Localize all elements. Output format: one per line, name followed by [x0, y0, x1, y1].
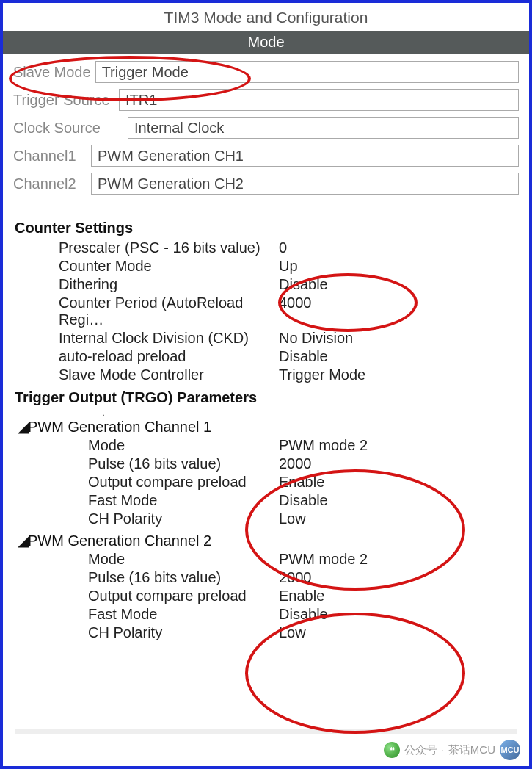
property-value[interactable]: Enable	[279, 474, 324, 491]
property-row[interactable]: CH PolarityLow	[15, 624, 517, 641]
channel2-label: Channel2	[13, 176, 87, 192]
property-row[interactable]: Fast ModeDisable	[15, 606, 517, 623]
pwm-channel1-header[interactable]: ◢PWM Generation Channel 1	[18, 418, 517, 436]
property-value[interactable]: Enable	[279, 588, 324, 604]
property-label: Internal Clock Division (CKD)	[15, 330, 279, 347]
property-row[interactable]: auto-reload preloadDisable	[15, 348, 517, 365]
wechat-icon: ❝	[384, 742, 400, 758]
property-row[interactable]: ModePWM mode 2	[15, 551, 517, 568]
property-label: Output compare preload	[15, 474, 279, 491]
property-row[interactable]: Slave Mode ControllerTrigger Mode	[15, 367, 517, 383]
trigger-source-label: Trigger Source	[13, 92, 114, 109]
pwm-channel1-title: PWM Generation Channel 1	[28, 419, 211, 435]
channel2-row: Channel2 PWM Generation CH2	[13, 173, 519, 195]
mode-form: Slave Mode Trigger Mode Trigger Source I…	[3, 61, 529, 208]
property-label: Fast Mode	[15, 606, 279, 623]
property-label: auto-reload preload	[15, 348, 279, 365]
channel1-row: Channel1 PWM Generation CH1	[13, 145, 519, 167]
watermark-name: 茶话MCU	[448, 743, 495, 757]
channel1-label: Channel1	[13, 148, 87, 165]
trigger-source-select[interactable]: ITR1	[119, 89, 519, 111]
property-value[interactable]: PWM mode 2	[279, 437, 368, 454]
property-row[interactable]: Output compare preloadEnable	[15, 588, 517, 604]
property-label: Slave Mode Controller	[15, 367, 279, 383]
property-label: Prescaler (PSC - 16 bits value)	[15, 239, 279, 256]
pwm-channel2-header[interactable]: ◢PWM Generation Channel 2	[18, 532, 517, 549]
property-row[interactable]: Pulse (16 bits value)2000	[15, 455, 517, 472]
property-label: Output compare preload	[15, 588, 279, 604]
property-row[interactable]: DitheringDisable	[15, 276, 517, 293]
footer-divider	[15, 729, 517, 734]
counter-settings-header[interactable]: Counter Settings	[15, 220, 517, 237]
clock-source-select[interactable]: Internal Clock	[128, 117, 519, 139]
property-row[interactable]: Fast ModeDisable	[15, 492, 517, 509]
property-label: Mode	[15, 551, 279, 568]
trgo-placeholder-dot: .	[15, 409, 517, 414]
property-row[interactable]: Output compare preloadEnable	[15, 474, 517, 491]
counter-settings-group: Prescaler (PSC - 16 bits value)0Counter …	[15, 239, 517, 383]
property-label: Counter Mode	[15, 258, 279, 275]
panel-title: TIM3 Mode and Configuration	[3, 3, 529, 31]
property-value[interactable]: 2000	[279, 569, 312, 586]
property-label: Fast Mode	[15, 492, 279, 509]
trigger-source-row: Trigger Source ITR1	[13, 89, 519, 111]
channel2-select[interactable]: PWM Generation CH2	[91, 173, 519, 195]
pwm-channel2-group: ModePWM mode 2Pulse (16 bits value)2000O…	[15, 551, 517, 641]
property-value[interactable]: 0	[279, 239, 287, 256]
property-row[interactable]: Pulse (16 bits value)2000	[15, 569, 517, 586]
watermark: ❝ 公众号 · 茶话MCU MCU	[384, 740, 520, 760]
pwm-channel2-title: PWM Generation Channel 2	[28, 532, 211, 549]
property-label: Counter Period (AutoReload Regi…	[15, 295, 279, 328]
clock-source-row: Clock Source Internal Clock	[13, 117, 519, 139]
property-row[interactable]: Counter Period (AutoReload Regi…4000	[15, 295, 517, 328]
property-row[interactable]: ModePWM mode 2	[15, 437, 517, 454]
slave-mode-label: Slave Mode	[13, 64, 91, 81]
property-value[interactable]: Trigger Mode	[279, 367, 365, 383]
property-row[interactable]: CH PolarityLow	[15, 510, 517, 527]
expand-icon: ◢	[18, 418, 28, 436]
watermark-prefix: 公众号 ·	[404, 743, 443, 757]
property-value[interactable]: No Division	[279, 330, 353, 347]
property-value[interactable]: Low	[279, 624, 306, 641]
property-value[interactable]: Low	[279, 510, 306, 527]
slave-mode-select[interactable]: Trigger Mode	[95, 61, 519, 83]
property-label: Pulse (16 bits value)	[15, 569, 279, 586]
avatar-icon: MCU	[500, 740, 520, 760]
property-label: Pulse (16 bits value)	[15, 455, 279, 472]
expand-icon: ◢	[18, 532, 28, 549]
trgo-header[interactable]: Trigger Output (TRGO) Parameters	[15, 389, 517, 406]
channel1-select[interactable]: PWM Generation CH1	[91, 145, 519, 167]
property-label: CH Polarity	[15, 510, 279, 527]
property-value[interactable]: Disable	[279, 492, 328, 509]
property-value[interactable]: Disable	[279, 348, 328, 365]
property-value[interactable]: Disable	[279, 276, 328, 293]
pwm-channel1-group: ModePWM mode 2Pulse (16 bits value)2000O…	[15, 437, 517, 527]
config-window: TIM3 Mode and Configuration Mode Slave M…	[0, 0, 532, 769]
property-value[interactable]: 4000	[279, 295, 312, 328]
slave-mode-row: Slave Mode Trigger Mode	[13, 61, 519, 83]
property-value[interactable]: Disable	[279, 606, 328, 623]
property-row[interactable]: Internal Clock Division (CKD)No Division	[15, 330, 517, 347]
property-label: Mode	[15, 437, 279, 454]
property-value[interactable]: PWM mode 2	[279, 551, 368, 568]
clock-source-label: Clock Source	[13, 120, 123, 137]
property-value[interactable]: 2000	[279, 455, 312, 472]
property-value[interactable]: Up	[279, 258, 298, 275]
property-row[interactable]: Counter ModeUp	[15, 258, 517, 275]
property-row[interactable]: Prescaler (PSC - 16 bits value)0	[15, 239, 517, 256]
property-label: Dithering	[15, 276, 279, 293]
property-label: CH Polarity	[15, 624, 279, 641]
config-properties: Counter Settings Prescaler (PSC - 16 bit…	[3, 208, 529, 641]
mode-section-header: Mode	[3, 31, 529, 54]
